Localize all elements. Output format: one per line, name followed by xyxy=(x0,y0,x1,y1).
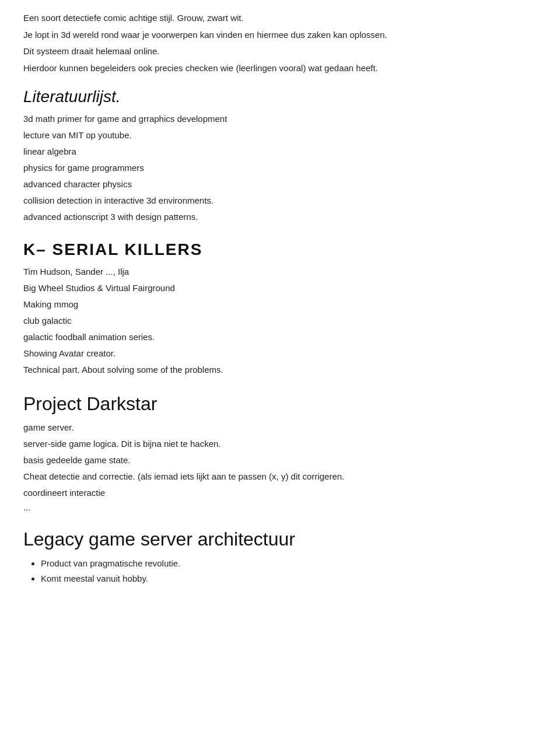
legacy-bullet-list: Product van pragmatische revolutie. Komt… xyxy=(41,556,537,586)
intro-line4: Hierdoor kunnen begeleiders ook precies … xyxy=(23,62,537,75)
literatuurlijst-line6: collision detection in interactive 3d en… xyxy=(23,194,537,208)
project-darkstar-line4: Cheat detectie and correctie. (als iemad… xyxy=(23,470,537,484)
literatuurlijst-line1: 3d math primer for game and grraphics de… xyxy=(23,112,537,126)
literatuurlijst-line3: linear algebra xyxy=(23,145,537,159)
intro-line1: Een soort detectiefe comic achtige stijl… xyxy=(23,12,537,25)
k-serial-line6: Showing Avatar creator. xyxy=(23,347,537,361)
literatuurlijst-line2: lecture van MIT op youtube. xyxy=(23,128,537,142)
k-serial-line1: Tim Hudson, Sander ..., Ilja xyxy=(23,265,537,279)
literatuurlijst-heading: Literatuurlijst. xyxy=(23,88,537,106)
project-darkstar-line1: game server. xyxy=(23,421,537,435)
k-serial-line5: galactic foodball animation series. xyxy=(23,330,537,344)
k-serial-line2: Big Wheel Studios & Virtual Fairground xyxy=(23,281,537,295)
project-darkstar-ellipsis: ... xyxy=(23,502,537,512)
literatuurlijst-line5: advanced character physics xyxy=(23,177,537,191)
project-darkstar-line5: coordineert interactie xyxy=(23,486,537,500)
k-serial-heading: K– serial killers xyxy=(23,240,537,259)
legacy-bullet2: Komt meestal vanuit hobby. xyxy=(41,571,537,586)
legacy-bullet1: Product van pragmatische revolutie. xyxy=(41,556,537,571)
literatuurlijst-line7: advanced actionscript 3 with design patt… xyxy=(23,210,537,224)
k-serial-line4: club galactic xyxy=(23,314,537,328)
k-serial-line7: Technical part. About solving some of th… xyxy=(23,363,537,377)
legacy-heading: Legacy game server architectuur xyxy=(23,529,537,550)
project-darkstar-line3: basis gedeelde game state. xyxy=(23,453,537,467)
project-darkstar-line2: server-side game logica. Dit is bijna ni… xyxy=(23,437,537,451)
intro-line3: Dit systeem draait helemaal online. xyxy=(23,45,537,58)
literatuurlijst-line4: physics for game programmers xyxy=(23,161,537,175)
intro-line2: Je lopt in 3d wereld rond waar je voorwe… xyxy=(23,29,537,42)
k-serial-line3: Making mmog xyxy=(23,298,537,312)
project-darkstar-heading: Project Darkstar xyxy=(23,393,537,415)
